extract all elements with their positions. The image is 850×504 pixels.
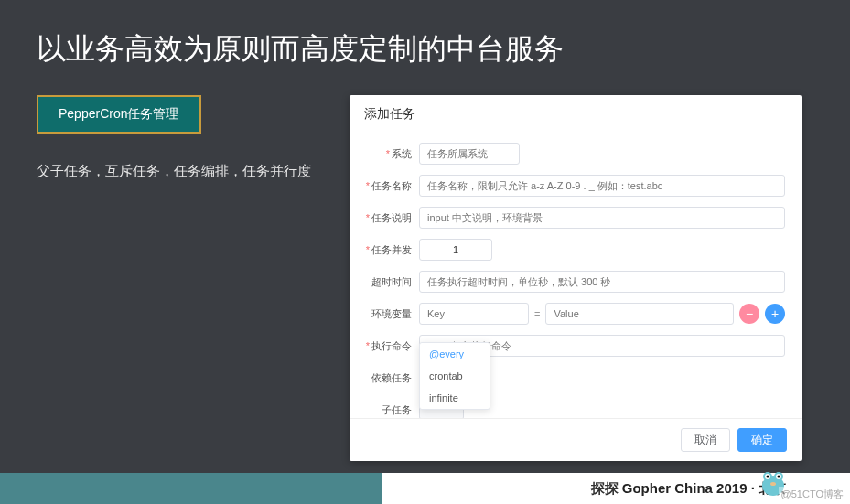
label-concurrency: 任务并发 bbox=[357, 243, 419, 257]
label-child: 子任务 bbox=[357, 403, 419, 417]
panel-footer: 取消 确定 bbox=[350, 418, 802, 461]
add-task-panel: 添加任务 系统 任务名称 任务说明 任务并发 bbox=[350, 95, 802, 461]
label-name: 任务名称 bbox=[357, 179, 419, 193]
svg-point-5 bbox=[767, 476, 769, 478]
label-env: 环境变量 bbox=[357, 307, 419, 321]
env-add-button[interactable]: + bbox=[765, 304, 785, 324]
cancel-button[interactable]: 取消 bbox=[681, 428, 730, 452]
label-system: 系统 bbox=[357, 147, 419, 161]
concurrency-input[interactable] bbox=[419, 239, 492, 261]
system-select[interactable] bbox=[419, 143, 520, 165]
equals-icon: = bbox=[534, 308, 540, 319]
env-remove-button[interactable]: − bbox=[739, 304, 759, 324]
bottom-banner: 探探 Gopher China 2019 · 北京 bbox=[0, 473, 850, 504]
feature-tag: PepperCron任务管理 bbox=[37, 95, 201, 134]
dropdown-option[interactable]: @every bbox=[420, 343, 490, 365]
svg-point-6 bbox=[778, 476, 780, 478]
feature-description: 父子任务，互斥任务，任务编排，任务并行度 bbox=[37, 159, 311, 183]
mode-dropdown: @every crontab infinite bbox=[419, 342, 490, 410]
env-key-input[interactable] bbox=[419, 303, 529, 325]
task-name-input[interactable] bbox=[419, 175, 785, 197]
label-cmd: 执行命令 bbox=[357, 339, 419, 353]
dropdown-option[interactable]: infinite bbox=[420, 387, 490, 409]
slide-title: 以业务高效为原则而高度定制的中台服务 bbox=[0, 0, 850, 70]
panel-header: 添加任务 bbox=[350, 95, 802, 134]
task-desc-input[interactable] bbox=[419, 207, 785, 229]
timeout-input[interactable] bbox=[419, 271, 785, 293]
panel-body: 系统 任务名称 任务说明 任务并发 超时时间 bbox=[350, 134, 802, 418]
svg-point-7 bbox=[770, 482, 776, 486]
env-value-input[interactable] bbox=[545, 303, 734, 325]
confirm-button[interactable]: 确定 bbox=[737, 428, 787, 452]
label-depend: 依赖任务 bbox=[357, 371, 419, 385]
label-timeout: 超时时间 bbox=[357, 275, 419, 289]
watermark: @51CTO博客 bbox=[779, 487, 846, 502]
dropdown-option[interactable]: crontab bbox=[420, 365, 490, 387]
label-desc: 任务说明 bbox=[357, 211, 419, 225]
